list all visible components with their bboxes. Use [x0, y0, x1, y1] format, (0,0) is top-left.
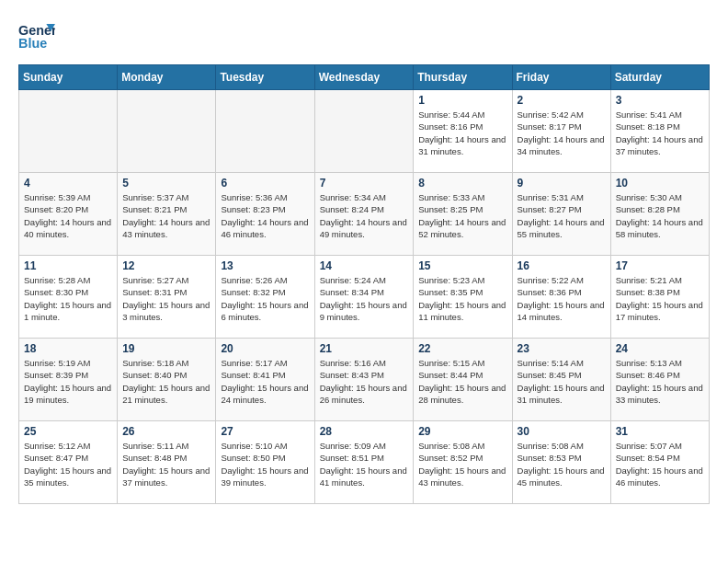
day-number: 22 [418, 342, 506, 355]
day-info: Sunrise: 5:15 AMSunset: 8:44 PMDaylight:… [418, 357, 506, 406]
calendar-day-cell: 11Sunrise: 5:28 AMSunset: 8:30 PMDayligh… [19, 256, 118, 339]
day-number: 2 [518, 94, 606, 107]
calendar-day-cell: 19Sunrise: 5:18 AMSunset: 8:40 PMDayligh… [118, 339, 216, 421]
day-info: Sunrise: 5:39 AMSunset: 8:20 PMDaylight:… [24, 191, 112, 240]
calendar-day-cell: 27Sunrise: 5:10 AMSunset: 8:50 PMDayligh… [216, 421, 314, 504]
calendar-day-cell: 22Sunrise: 5:15 AMSunset: 8:44 PMDayligh… [414, 339, 512, 421]
day-info: Sunrise: 5:12 AMSunset: 8:47 PMDaylight:… [24, 440, 112, 488]
day-number: 26 [122, 425, 210, 438]
day-info: Sunrise: 5:31 AMSunset: 8:27 PMDaylight:… [518, 191, 606, 240]
day-number: 28 [320, 425, 409, 438]
day-number: 27 [221, 425, 309, 438]
calendar-day-cell: 2Sunrise: 5:42 AMSunset: 8:17 PMDaylight… [512, 90, 610, 173]
day-info: Sunrise: 5:07 AMSunset: 8:54 PMDaylight:… [616, 440, 704, 488]
calendar-day-cell: 31Sunrise: 5:07 AMSunset: 8:54 PMDayligh… [610, 421, 709, 504]
calendar-day-cell: 16Sunrise: 5:22 AMSunset: 8:36 PMDayligh… [512, 256, 610, 339]
day-info: Sunrise: 5:28 AMSunset: 8:30 PMDaylight:… [24, 274, 112, 323]
weekday-header-cell: Wednesday [314, 65, 414, 90]
day-info: Sunrise: 5:42 AMSunset: 8:17 PMDaylight:… [518, 109, 606, 157]
day-info: Sunrise: 5:23 AMSunset: 8:35 PMDaylight:… [418, 274, 506, 323]
calendar-week-row: 18Sunrise: 5:19 AMSunset: 8:39 PMDayligh… [19, 339, 710, 421]
calendar-day-cell: 10Sunrise: 5:30 AMSunset: 8:28 PMDayligh… [610, 173, 709, 256]
calendar-day-cell: 24Sunrise: 5:13 AMSunset: 8:46 PMDayligh… [610, 339, 709, 421]
day-info: Sunrise: 5:36 AMSunset: 8:23 PMDaylight:… [221, 191, 309, 240]
page-header: General Blue [18, 18, 710, 55]
day-number: 29 [418, 425, 506, 438]
day-info: Sunrise: 5:44 AMSunset: 8:16 PMDaylight:… [418, 109, 506, 157]
day-info: Sunrise: 5:10 AMSunset: 8:50 PMDaylight:… [221, 440, 309, 488]
day-number: 31 [616, 425, 704, 438]
day-info: Sunrise: 5:21 AMSunset: 8:38 PMDaylight:… [616, 274, 704, 323]
day-number: 15 [418, 259, 506, 272]
calendar-day-cell: 25Sunrise: 5:12 AMSunset: 8:47 PMDayligh… [19, 421, 118, 504]
day-number: 9 [518, 177, 606, 190]
calendar-day-cell: 15Sunrise: 5:23 AMSunset: 8:35 PMDayligh… [414, 256, 512, 339]
svg-text:Blue: Blue [18, 36, 47, 51]
day-info: Sunrise: 5:30 AMSunset: 8:28 PMDaylight:… [616, 191, 704, 240]
day-info: Sunrise: 5:37 AMSunset: 8:21 PMDaylight:… [122, 191, 210, 240]
day-info: Sunrise: 5:11 AMSunset: 8:48 PMDaylight:… [122, 440, 210, 488]
day-number: 3 [616, 94, 704, 107]
calendar-week-row: 4Sunrise: 5:39 AMSunset: 8:20 PMDaylight… [19, 173, 710, 256]
calendar-day-cell: 29Sunrise: 5:08 AMSunset: 8:52 PMDayligh… [414, 421, 512, 504]
day-number: 12 [122, 259, 210, 272]
weekday-header-cell: Tuesday [216, 65, 314, 90]
day-number: 6 [221, 177, 309, 190]
calendar-day-cell: 14Sunrise: 5:24 AMSunset: 8:34 PMDayligh… [314, 256, 414, 339]
day-number: 20 [221, 342, 309, 355]
calendar-day-cell: 6Sunrise: 5:36 AMSunset: 8:23 PMDaylight… [216, 173, 314, 256]
calendar-day-cell: 17Sunrise: 5:21 AMSunset: 8:38 PMDayligh… [610, 256, 709, 339]
day-number: 23 [518, 342, 606, 355]
day-number: 18 [24, 342, 112, 355]
weekday-header-row: SundayMondayTuesdayWednesdayThursdayFrid… [19, 65, 710, 90]
day-info: Sunrise: 5:24 AMSunset: 8:34 PMDaylight:… [320, 274, 409, 323]
day-info: Sunrise: 5:13 AMSunset: 8:46 PMDaylight:… [616, 357, 704, 406]
calendar-week-row: 1Sunrise: 5:44 AMSunset: 8:16 PMDaylight… [19, 90, 710, 173]
day-info: Sunrise: 5:08 AMSunset: 8:53 PMDaylight:… [518, 440, 606, 488]
calendar-day-cell: 30Sunrise: 5:08 AMSunset: 8:53 PMDayligh… [512, 421, 610, 504]
day-number: 8 [418, 177, 506, 190]
day-number: 14 [320, 259, 409, 272]
calendar-day-cell: 26Sunrise: 5:11 AMSunset: 8:48 PMDayligh… [118, 421, 216, 504]
day-info: Sunrise: 5:19 AMSunset: 8:39 PMDaylight:… [24, 357, 112, 406]
day-info: Sunrise: 5:18 AMSunset: 8:40 PMDaylight:… [122, 357, 210, 406]
weekday-header-cell: Thursday [414, 65, 512, 90]
day-number: 30 [518, 425, 606, 438]
general-blue-icon: General Blue [18, 18, 55, 55]
day-number: 13 [221, 259, 309, 272]
calendar-day-cell: 13Sunrise: 5:26 AMSunset: 8:32 PMDayligh… [216, 256, 314, 339]
day-number: 24 [616, 342, 704, 355]
calendar-day-cell: 21Sunrise: 5:16 AMSunset: 8:43 PMDayligh… [314, 339, 414, 421]
day-info: Sunrise: 5:16 AMSunset: 8:43 PMDaylight:… [320, 357, 409, 406]
calendar-day-cell: 7Sunrise: 5:34 AMSunset: 8:24 PMDaylight… [314, 173, 414, 256]
calendar-day-cell: 18Sunrise: 5:19 AMSunset: 8:39 PMDayligh… [19, 339, 118, 421]
calendar-day-cell [118, 90, 216, 173]
day-number: 21 [320, 342, 409, 355]
calendar-day-cell [19, 90, 118, 173]
calendar-table: SundayMondayTuesdayWednesdayThursdayFrid… [18, 64, 710, 504]
calendar-day-cell [314, 90, 414, 173]
calendar-week-row: 11Sunrise: 5:28 AMSunset: 8:30 PMDayligh… [19, 256, 710, 339]
calendar-day-cell: 3Sunrise: 5:41 AMSunset: 8:18 PMDaylight… [610, 90, 709, 173]
day-info: Sunrise: 5:34 AMSunset: 8:24 PMDaylight:… [320, 191, 409, 240]
day-info: Sunrise: 5:27 AMSunset: 8:31 PMDaylight:… [122, 274, 210, 323]
weekday-header-cell: Saturday [610, 65, 709, 90]
day-number: 17 [616, 259, 704, 272]
day-info: Sunrise: 5:22 AMSunset: 8:36 PMDaylight:… [518, 274, 606, 323]
weekday-header-cell: Sunday [19, 65, 118, 90]
day-number: 11 [24, 259, 112, 272]
day-number: 1 [418, 94, 506, 107]
calendar-day-cell: 1Sunrise: 5:44 AMSunset: 8:16 PMDaylight… [414, 90, 512, 173]
day-number: 7 [320, 177, 409, 190]
calendar-week-row: 25Sunrise: 5:12 AMSunset: 8:47 PMDayligh… [19, 421, 710, 504]
day-number: 10 [616, 177, 704, 190]
calendar-day-cell: 12Sunrise: 5:27 AMSunset: 8:31 PMDayligh… [118, 256, 216, 339]
day-info: Sunrise: 5:09 AMSunset: 8:51 PMDaylight:… [320, 440, 409, 488]
calendar-day-cell: 5Sunrise: 5:37 AMSunset: 8:21 PMDaylight… [118, 173, 216, 256]
calendar-day-cell: 4Sunrise: 5:39 AMSunset: 8:20 PMDaylight… [19, 173, 118, 256]
logo: General Blue [18, 18, 55, 55]
calendar-day-cell: 23Sunrise: 5:14 AMSunset: 8:45 PMDayligh… [512, 339, 610, 421]
day-number: 25 [24, 425, 112, 438]
calendar-day-cell: 20Sunrise: 5:17 AMSunset: 8:41 PMDayligh… [216, 339, 314, 421]
day-number: 19 [122, 342, 210, 355]
